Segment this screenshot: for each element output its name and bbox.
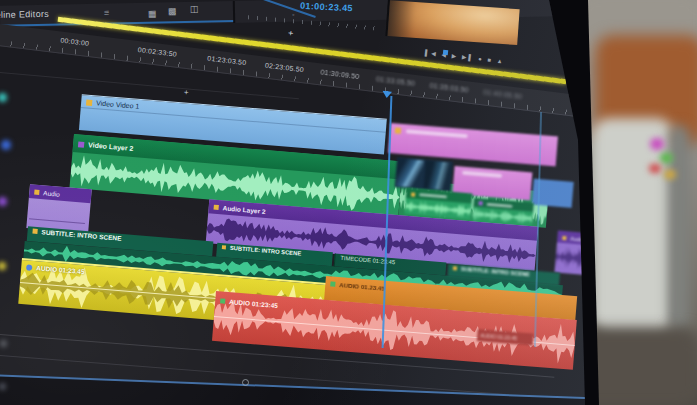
color-blob-amber [664, 170, 676, 179]
clip-label: Audio Layer 2 [222, 204, 265, 215]
ruler-tick: 01:30:09.50 [320, 68, 360, 80]
second-monitor-screen [592, 118, 674, 333]
bokeh-dot [1, 140, 11, 150]
bokeh-dot [0, 340, 7, 347]
editor-screen: Timeline Editors ≡ ▦ ▩ ◫ 01:00:23.45 ◦ ▌… [0, 0, 594, 405]
fx-icon [86, 99, 92, 105]
color-blob-green [660, 153, 673, 163]
blurred-label [486, 202, 512, 207]
record-button[interactable]: ● [478, 56, 484, 63]
grid-icon[interactable]: ▦ [148, 9, 157, 19]
blurred-label [462, 171, 502, 178]
step-back-button[interactable]: ▌◀ [425, 50, 438, 57]
ruler-tick: 01:33:05.50 [376, 75, 416, 87]
timeline-bottom-edge [0, 375, 597, 405]
color-blob-magenta [650, 138, 664, 150]
fx-icon [562, 235, 566, 239]
audio-icon [330, 281, 335, 286]
badge-label: AUDIO 01:23.45 [480, 332, 517, 341]
audio-icon [26, 264, 32, 270]
subtitle-icon [222, 245, 226, 249]
blurred-label [419, 193, 447, 198]
ruler-tick: 00:02:33:50 [137, 46, 177, 58]
marker-ring-icon: ◦ [292, 11, 295, 18]
clip-video-thumbnails[interactable] [395, 157, 453, 192]
ruler-tick: 01:40:05.50 [483, 88, 523, 100]
ruler-tick: 01:23:03.50 [207, 55, 247, 67]
step-forward-button[interactable]: ▶▌ [462, 54, 475, 61]
fx-icon [395, 127, 401, 133]
lift-button[interactable]: ▲ [496, 58, 505, 65]
fx-icon [411, 192, 415, 196]
thumbnail-frame [424, 161, 452, 191]
clip-line [29, 218, 85, 224]
marker-blue-icon [443, 50, 448, 55]
ruler-tick: 01:35:03.50 [429, 82, 469, 94]
clip-audio-green-1[interactable] [404, 188, 472, 219]
photo-of-monitor: Timeline Editors ≡ ▦ ▩ ◫ 01:00:23.45 ◦ ▌… [0, 0, 697, 405]
blurred-label [406, 129, 468, 138]
layout-icon[interactable]: ▩ [168, 6, 177, 16]
ruler-tick: 02:23:05.50 [265, 62, 305, 74]
panel-menu-icon[interactable]: ≡ [104, 8, 109, 18]
clip-label: Video Layer 2 [88, 141, 134, 152]
clip-label: Audio [43, 189, 60, 197]
audio-icon [220, 298, 225, 303]
clip-label: Video Video 1 [96, 99, 140, 109]
add-marker-plus[interactable]: + [287, 28, 293, 39]
scrollbar-handle[interactable] [242, 379, 249, 386]
play-button[interactable]: ▶ [451, 53, 458, 60]
stop-button[interactable]: ■ [487, 57, 493, 64]
clip-label: TIMECODE 01:23:45 [340, 255, 395, 265]
tab-timeline-editors[interactable]: Timeline Editors [0, 9, 49, 20]
subtitle-icon [32, 229, 37, 234]
fx-icon [214, 205, 219, 210]
color-blob-red [649, 164, 661, 173]
clip-label: AUDIO 01.23.45 [339, 281, 385, 292]
ruler-tick: 00:03:00 [60, 37, 89, 47]
thumbnail-frame [396, 158, 424, 188]
fx-icon [34, 190, 39, 195]
motion-icon [78, 141, 84, 147]
clip-label: SUBTITLE: INTRO SCENE [461, 266, 530, 278]
columns-icon[interactable]: ◫ [190, 4, 199, 14]
motion-icon [478, 201, 482, 205]
subtitle-icon [453, 266, 457, 270]
panel-divider [233, 1, 235, 23]
